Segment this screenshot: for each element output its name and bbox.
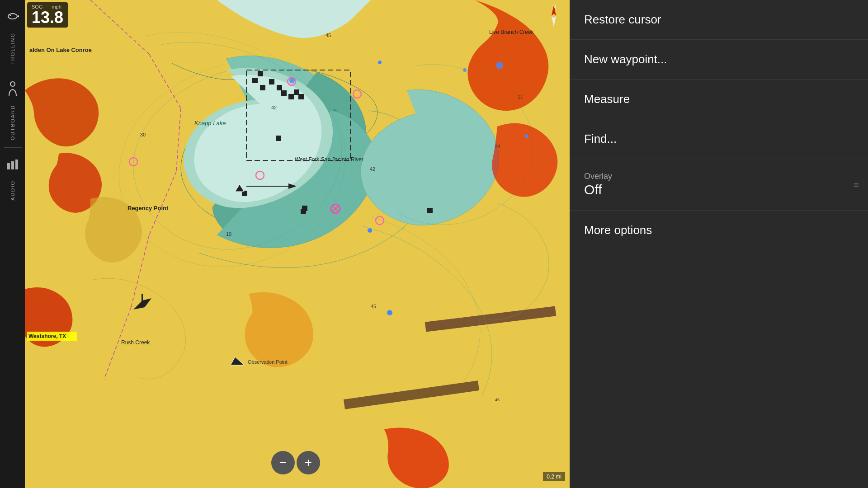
right-panel: Restore cursor New waypoint... Measure F… xyxy=(570,0,868,488)
svg-rect-30 xyxy=(277,85,282,90)
svg-text:42: 42 xyxy=(271,105,277,110)
sidebar-icon-fish[interactable] xyxy=(2,5,24,27)
scale-bar: 0.2 mi xyxy=(543,472,565,481)
audio-label: AUDIO xyxy=(10,180,15,201)
svg-point-51 xyxy=(378,61,382,64)
svg-marker-58 xyxy=(231,357,244,365)
svg-point-64 xyxy=(10,82,15,86)
svg-text:Knapp Lake: Knapp Lake xyxy=(194,120,226,127)
svg-text:N: N xyxy=(552,4,556,9)
svg-marker-69 xyxy=(552,16,556,27)
sidebar-icon-chart[interactable] xyxy=(2,153,24,175)
overlay-arrow-icon: ≡ xyxy=(854,179,859,190)
left-sidebar: TROLLING OUTBOARD AUDIO xyxy=(0,0,25,488)
svg-point-54 xyxy=(525,135,528,138)
measure-item[interactable]: Measure xyxy=(570,80,868,119)
sog-value: 13.8 xyxy=(32,9,63,26)
svg-point-52 xyxy=(368,228,372,233)
svg-rect-59 xyxy=(425,306,557,332)
svg-line-19 xyxy=(149,54,181,108)
more-options-item[interactable]: More options xyxy=(570,211,868,250)
measure-label: Measure xyxy=(584,92,630,106)
svg-rect-67 xyxy=(15,160,18,169)
svg-marker-62 xyxy=(17,14,19,18)
svg-text:24: 24 xyxy=(495,144,500,149)
svg-rect-31 xyxy=(281,90,287,96)
svg-rect-28 xyxy=(260,85,265,90)
svg-text:45: 45 xyxy=(326,33,331,38)
svg-text:11: 11 xyxy=(518,94,523,99)
zoom-in-button[interactable]: + xyxy=(297,451,320,474)
sidebar-icon-person[interactable] xyxy=(2,78,24,99)
svg-text:West Fork San Jacinto River: West Fork San Jacinto River xyxy=(295,156,363,163)
outboard-label: OUTBOARD xyxy=(10,105,15,140)
svg-rect-32 xyxy=(288,94,294,99)
restore-cursor-label: Restore cursor xyxy=(584,13,661,26)
svg-rect-29 xyxy=(269,79,274,84)
find-item[interactable]: Find... xyxy=(570,119,868,159)
overlay-sublabel: Overlay xyxy=(584,172,854,181)
map-svg: 45 42 42 45 10 24 11 30 alden On Lake Co… xyxy=(0,0,570,488)
svg-text:42: 42 xyxy=(370,166,375,172)
svg-text:Observation Point: Observation Point xyxy=(248,359,287,365)
svg-text:Live Branch Creek: Live Branch Creek xyxy=(489,29,534,35)
svg-text:10: 10 xyxy=(226,231,231,237)
svg-text:45: 45 xyxy=(371,304,376,309)
restore-cursor-item[interactable]: Restore cursor xyxy=(570,0,868,40)
svg-line-18 xyxy=(90,0,149,54)
svg-point-48 xyxy=(496,62,503,69)
svg-point-63 xyxy=(9,15,11,16)
new-waypoint-item[interactable]: New waypoint... xyxy=(570,40,868,80)
svg-rect-35 xyxy=(276,136,281,141)
find-label: Find... xyxy=(584,132,617,145)
svg-line-20 xyxy=(176,108,181,172)
svg-text:Westshore, TX: Westshore, TX xyxy=(28,333,66,339)
sog-display: SOG mph 13.8 xyxy=(27,2,68,28)
svg-line-21 xyxy=(149,172,176,235)
svg-point-41 xyxy=(353,90,361,98)
svg-text:Rush Creek: Rush Creek xyxy=(121,339,150,346)
new-waypoint-label: New waypoint... xyxy=(584,52,667,66)
overlay-value: Off xyxy=(584,182,854,197)
svg-point-50 xyxy=(463,68,467,72)
svg-point-61 xyxy=(8,14,17,19)
compass: N xyxy=(542,2,565,29)
svg-rect-27 xyxy=(252,78,258,83)
svg-text:45: 45 xyxy=(495,398,500,402)
zoom-controls: − + xyxy=(271,451,320,474)
sidebar-divider-1 xyxy=(4,72,22,72)
svg-text:alden On Lake Conroe: alden On Lake Conroe xyxy=(29,47,92,53)
svg-rect-39 xyxy=(427,208,433,213)
svg-rect-26 xyxy=(258,71,263,76)
map-container[interactable]: 45 42 42 45 10 24 11 30 alden On Lake Co… xyxy=(0,0,570,488)
zoom-out-button[interactable]: − xyxy=(271,451,295,474)
trolling-label: TROLLING xyxy=(10,33,15,65)
svg-rect-66 xyxy=(11,161,14,169)
sidebar-divider-2 xyxy=(4,147,22,148)
svg-text:Regency Point: Regency Point xyxy=(127,205,169,211)
svg-rect-65 xyxy=(7,163,10,169)
svg-rect-38 xyxy=(301,209,306,214)
svg-rect-34 xyxy=(298,94,304,99)
svg-text:30: 30 xyxy=(140,132,146,137)
svg-rect-57 xyxy=(142,294,143,307)
more-options-label: More options xyxy=(584,223,652,237)
svg-point-49 xyxy=(289,78,295,83)
svg-point-53 xyxy=(387,310,392,315)
overlay-item[interactable]: Overlay Off ≡ xyxy=(570,159,868,211)
scale-text: 0.2 mi xyxy=(547,474,561,480)
